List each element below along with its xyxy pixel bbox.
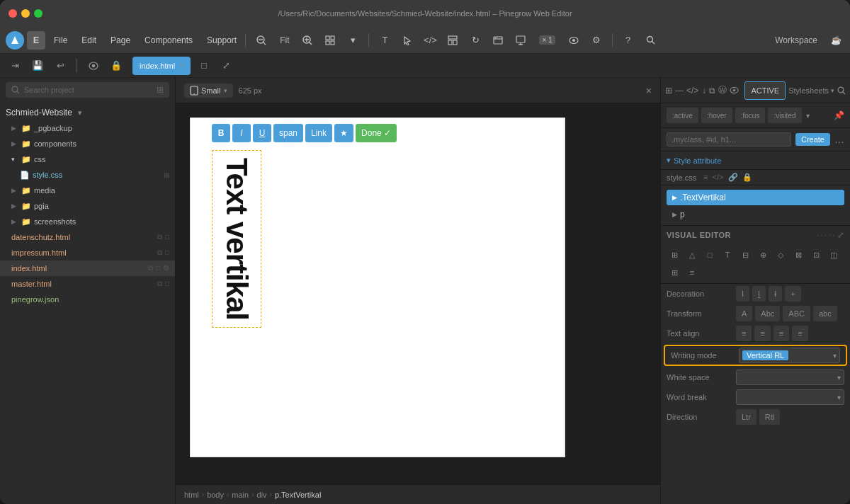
transform-a-btn[interactable]: A	[736, 306, 752, 321]
editor-logo[interactable]: E	[27, 31, 45, 50]
direction-rtl-btn[interactable]: Rtl	[759, 409, 780, 425]
ve-icon-12[interactable]: ≡	[684, 265, 700, 280]
ve-icon-7[interactable]: ◇	[773, 247, 788, 263]
zoom-out-btn[interactable]	[251, 31, 271, 50]
tree-item-datenschutz[interactable]: datenschutz.html ⧉ □	[0, 229, 175, 245]
ve-icon-8[interactable]: ⊠	[790, 247, 806, 263]
vertical-text-box[interactable]: Text vertikal	[212, 150, 261, 328]
align-justify-btn[interactable]: ≡	[792, 326, 808, 341]
menu-page[interactable]: Page	[108, 34, 133, 47]
tree-item-media[interactable]: ▶ 📁 media	[0, 183, 175, 198]
screen-icon[interactable]: □	[165, 280, 169, 288]
browser-btn[interactable]	[488, 31, 508, 50]
align-right-btn[interactable]: ≡	[774, 326, 789, 341]
class-textvertikal[interactable]: ▶ .TextVertikal	[667, 190, 844, 205]
close-button[interactable]	[8, 9, 17, 18]
screen-icon[interactable]: □	[165, 233, 169, 241]
deco-overline-btn[interactable]: +	[785, 286, 800, 302]
style-code-icon[interactable]: </>	[713, 173, 724, 182]
code-btn[interactable]: </>	[420, 31, 440, 50]
panel-download-icon[interactable]: ↓	[701, 81, 706, 100]
fit-btn[interactable]: Fit	[274, 31, 295, 50]
pseudo-more-btn[interactable]: ▾	[806, 112, 810, 120]
style-attribute-header[interactable]: ▾ Style attribute	[667, 156, 844, 165]
ve-icon-11[interactable]: ⊞	[667, 265, 682, 280]
workspace-btn[interactable]: Workspace	[768, 31, 824, 50]
stylesheets-btn[interactable]: Stylesheets ▾	[788, 86, 834, 95]
project-root[interactable]: Schmied-Website ▾	[0, 105, 175, 120]
device-selector[interactable]: Small ▾	[184, 84, 233, 98]
search-input-wrap[interactable]: ⊞	[6, 82, 169, 98]
pseudo-visited[interactable]: :visited	[768, 108, 801, 123]
writing-mode-dropdown[interactable]: Vertical RL ▾	[739, 348, 840, 363]
undo-btn[interactable]: ↩	[51, 57, 69, 75]
screen-icon[interactable]: □	[165, 248, 169, 257]
panel-css-icon[interactable]: —	[675, 81, 684, 100]
search-btn[interactable]	[641, 31, 661, 50]
link-btn[interactable]: Link	[305, 124, 332, 142]
panel-eye-icon[interactable]	[730, 81, 739, 100]
transform-abc-btn[interactable]: Abc	[755, 306, 780, 321]
breadcrumb-body[interactable]: body	[207, 491, 224, 499]
span-btn[interactable]: span	[273, 124, 303, 142]
refresh-btn[interactable]: ↻	[465, 31, 485, 50]
ve-icon-6[interactable]: ⊕	[755, 247, 771, 263]
ve-icon-4[interactable]: T	[720, 247, 735, 263]
direction-ltr-btn[interactable]: Ltr	[736, 409, 756, 425]
browser-icon[interactable]: ⧉	[157, 280, 162, 288]
minimize-button[interactable]	[21, 9, 30, 18]
transform-abc-lower-btn[interactable]: abc	[813, 306, 837, 321]
breadcrumb-main[interactable]: main	[232, 491, 249, 499]
selector-more-icon[interactable]: …	[834, 134, 844, 145]
menu-support[interactable]: Support	[204, 34, 239, 47]
deco-underline-btn[interactable]: I	[752, 286, 766, 302]
grid-icon[interactable]: ⊞	[164, 171, 169, 179]
tree-item-components[interactable]: ▶ 📁 components	[0, 136, 175, 151]
selector-input[interactable]	[667, 132, 791, 147]
breadcrumb-html[interactable]: html	[184, 491, 199, 499]
arrow-down-btn[interactable]: ▾	[343, 31, 363, 50]
bold-btn[interactable]: B	[212, 124, 230, 142]
tree-item-pgia[interactable]: ▶ 📁 pgia	[0, 198, 175, 214]
pinegrow-logo[interactable]	[6, 31, 24, 50]
tab-index-html[interactable]: index.html ×	[132, 57, 191, 75]
screen-btn[interactable]	[511, 31, 531, 50]
tree-item-screenshots[interactable]: ▶ 📁 screenshots	[0, 214, 175, 229]
word-break-dropdown[interactable]: ▾	[736, 389, 844, 405]
align-left-btn[interactable]: ≡	[736, 326, 752, 341]
create-btn[interactable]: Create	[795, 133, 830, 146]
tab-close-icon[interactable]: ×	[179, 62, 183, 69]
layout-btn[interactable]	[443, 31, 463, 50]
panel-code-icon[interactable]: </>	[686, 81, 698, 100]
coffee-icon[interactable]: ☕	[827, 32, 844, 49]
deco-none-btn[interactable]: I	[736, 286, 749, 302]
italic-btn[interactable]: I	[232, 124, 251, 142]
gear-icon[interactable]: ⚙	[163, 264, 169, 273]
ve-icon-3[interactable]: □	[702, 247, 718, 263]
style-list-icon[interactable]: ≡	[703, 173, 708, 182]
lock-btn[interactable]: 🔒	[107, 57, 125, 75]
browser-icon[interactable]: ⧉	[157, 248, 162, 257]
fullscreen-btn[interactable]: ⤢	[217, 57, 236, 75]
breadcrumb-class[interactable]: p.TextVertikal	[275, 491, 321, 499]
panel-wp-icon[interactable]: Ⓦ	[718, 81, 727, 100]
deco-linethrough-btn[interactable]: I	[769, 286, 782, 302]
ve-icon-1[interactable]: ⊞	[667, 247, 682, 263]
breadcrumb-div[interactable]: div	[257, 491, 267, 499]
done-btn[interactable]: Done ✓	[356, 124, 397, 142]
panel-config-icon[interactable]: ⊞	[665, 81, 672, 100]
count-btn[interactable]: × 1	[533, 31, 560, 50]
cursor-btn[interactable]	[397, 31, 417, 50]
tree-item-stylecss[interactable]: 📄 style.css ⊞	[0, 167, 175, 183]
filter-icon[interactable]: ⊞	[157, 85, 164, 95]
transform-ABC-btn[interactable]: ABC	[783, 306, 810, 321]
view-btn[interactable]	[84, 57, 103, 75]
tree-item-css[interactable]: ▾ 📁 css	[0, 151, 175, 167]
maximize-button[interactable]	[34, 9, 42, 18]
tree-item-impressum[interactable]: impressum.html ⧉ □	[0, 245, 175, 260]
align-center-btn[interactable]: ≡	[754, 326, 770, 341]
ve-icon-5[interactable]: ⊟	[737, 247, 753, 263]
menu-file[interactable]: File	[51, 34, 70, 47]
search-input[interactable]	[24, 86, 152, 94]
panel-layers-icon[interactable]: ⧉	[709, 81, 715, 100]
